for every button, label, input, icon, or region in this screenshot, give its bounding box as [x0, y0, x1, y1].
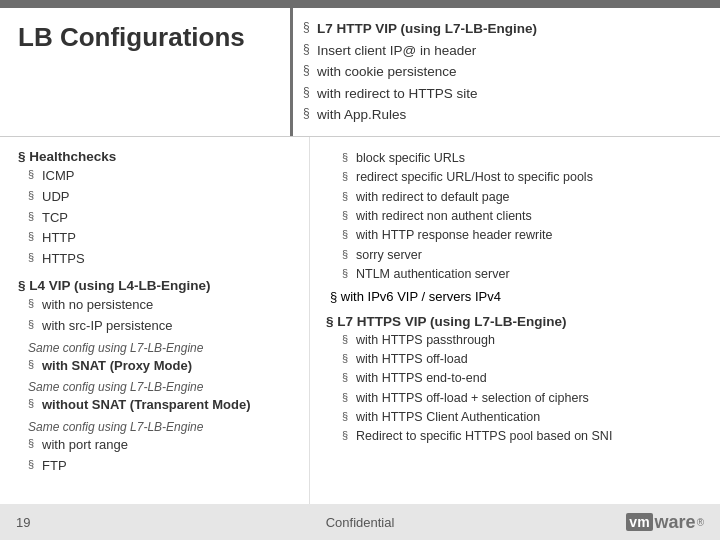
https-item-5: Redirect to specific HTTPS pool based on… [342, 427, 710, 446]
hc-item-udp: UDP [28, 187, 299, 208]
hc-item-https: HTTPS [28, 249, 299, 270]
l4vip-item-0: with no persistence [28, 295, 299, 316]
ar-item-5: sorry server [342, 246, 710, 265]
registered-mark: ® [697, 517, 704, 528]
slide-title: LB Configurations [0, 8, 290, 136]
content: LB Configurations L7 HTTP VIP (using L7-… [0, 8, 720, 504]
app-rules-sublist: block specific URLs redirect specific UR… [342, 149, 710, 285]
hc-item-icmp: ICMP [28, 166, 299, 187]
page-number: 19 [16, 515, 30, 530]
l4vip-list-1: with no persistence with src-IP persiste… [28, 295, 299, 337]
https-item-2: with HTTPS end-to-end [342, 369, 710, 388]
l4vip-heading: § L4 VIP (using L4-LB-Engine) [18, 278, 299, 293]
ar-item-6: NTLM authentication server [342, 265, 710, 284]
l7https-list: with HTTPS passthrough with HTTPS off-lo… [342, 331, 710, 447]
l4vip-list-2: with SNAT (Proxy Mode) [28, 356, 299, 377]
l7https-heading: § L7 HTTPS VIP (using L7-LB-Engine) [326, 314, 710, 329]
ar-item-0: block specific URLs [342, 149, 710, 168]
header-right-section: L7 HTTP VIP (using L7-LB-Engine) Insert … [290, 8, 720, 136]
header-item-3: with redirect to HTTPS site [303, 83, 704, 105]
vm-part: vm [626, 513, 652, 531]
l4vip-list-3: without SNAT (Transparent Mode) [28, 395, 299, 416]
ipv6-item: § with IPv6 VIP / servers IPv4 [330, 289, 710, 304]
top-bar [0, 0, 720, 8]
ar-item-4: with HTTP response header rewrite [342, 226, 710, 245]
left-column: § Healthchecks ICMP UDP TCP HTTP HTTPS §… [0, 137, 310, 504]
https-item-3: with HTTPS off-load + selection of ciphe… [342, 389, 710, 408]
right-column: block specific URLs redirect specific UR… [310, 137, 720, 504]
healthchecks-heading: § Healthchecks [18, 149, 299, 164]
header-item-4: with App.Rules [303, 104, 704, 126]
header-right-list: L7 HTTP VIP (using L7-LB-Engine) Insert … [303, 18, 704, 126]
ar-item-3: with redirect non authent clients [342, 207, 710, 226]
header-row: LB Configurations L7 HTTP VIP (using L7-… [0, 8, 720, 137]
header-item-1: Insert client IP@ in header [303, 40, 704, 62]
l4vip-list-4: with port range FTP [28, 435, 299, 477]
main-columns: § Healthchecks ICMP UDP TCP HTTP HTTPS §… [0, 137, 720, 504]
note1: Same config using L7-LB-Engine [28, 341, 299, 355]
ar-item-2: with redirect to default page [342, 188, 710, 207]
slide: LB Configurations L7 HTTP VIP (using L7-… [0, 0, 720, 540]
vmware-logo: vmware® [626, 512, 704, 533]
ar-item-1: redirect specific URL/Host to specific p… [342, 168, 710, 187]
note3: Same config using L7-LB-Engine [28, 420, 299, 434]
header-item-2: with cookie persistence [303, 61, 704, 83]
ware-part: ware [655, 512, 696, 533]
https-item-4: with HTTPS Client Authentication [342, 408, 710, 427]
confidential-label: Confidential [326, 515, 395, 530]
l4vip-ftp: FTP [28, 456, 299, 477]
header-item-0: L7 HTTP VIP (using L7-LB-Engine) [303, 18, 704, 40]
https-item-1: with HTTPS off-load [342, 350, 710, 369]
l4vip-item-1: with src-IP persistence [28, 316, 299, 337]
l4vip-snat: with SNAT (Proxy Mode) [28, 356, 299, 377]
note2: Same config using L7-LB-Engine [28, 380, 299, 394]
bottom-bar: 19 Confidential vmware® [0, 504, 720, 540]
healthchecks-list: ICMP UDP TCP HTTP HTTPS [28, 166, 299, 270]
hc-item-http: HTTP [28, 228, 299, 249]
l4vip-nosnat: without SNAT (Transparent Mode) [28, 395, 299, 416]
hc-item-tcp: TCP [28, 208, 299, 229]
https-item-0: with HTTPS passthrough [342, 331, 710, 350]
l4vip-portrange: with port range [28, 435, 299, 456]
